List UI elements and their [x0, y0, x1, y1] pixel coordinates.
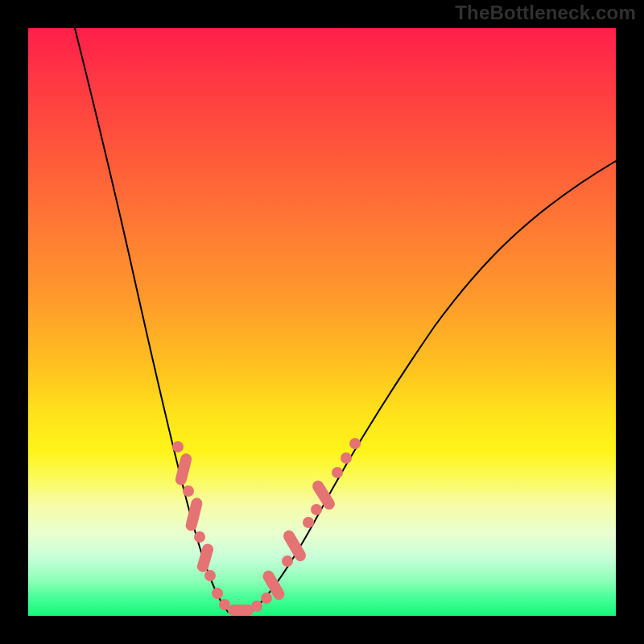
bottleneck-curve	[75, 28, 616, 615]
plot-area	[28, 28, 616, 616]
marker-dot	[172, 441, 184, 452]
marker-dot	[194, 531, 205, 543]
marker-pill	[228, 605, 254, 616]
watermark-text: TheBottleneck.com	[455, 2, 636, 24]
marker-dot	[282, 555, 293, 567]
marker-dot	[183, 485, 194, 497]
marker-dot	[311, 504, 322, 515]
marker-group	[172, 438, 361, 616]
marker-dot	[303, 517, 314, 528]
marker-pill	[174, 452, 192, 486]
marker-dot	[349, 438, 361, 449]
marker-dot	[261, 592, 272, 604]
marker-dot	[212, 588, 223, 599]
marker-dot	[204, 570, 216, 581]
chart-svg	[28, 28, 616, 616]
marker-pill	[196, 543, 214, 573]
chart-frame: TheBottleneck.com	[0, 0, 644, 644]
marker-dot	[341, 452, 352, 464]
marker-dot	[332, 467, 343, 478]
marker-dot	[251, 601, 262, 612]
